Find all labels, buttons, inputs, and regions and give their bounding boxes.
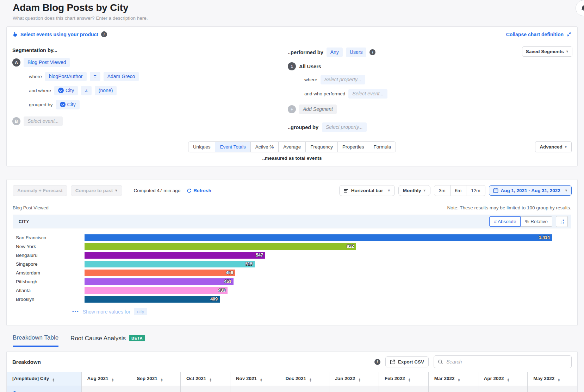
column-header[interactable]: May 2022▲▼: [528, 372, 577, 386]
group-by-header-label: CITY: [19, 219, 29, 224]
bar-value-label: 515: [245, 261, 253, 267]
where-property-chip[interactable]: blogPostAuthor: [45, 72, 87, 81]
grouped-by-select-chip[interactable]: Select property...: [322, 122, 367, 132]
metric-tab-properties[interactable]: Properties: [337, 141, 369, 152]
column-header[interactable]: Nov 2021▲▼: [230, 372, 280, 386]
column-header[interactable]: Dec 2021▲▼: [280, 372, 329, 386]
search-icon: [438, 359, 443, 365]
where-operator-chip[interactable]: =: [90, 72, 100, 81]
column-header[interactable]: Aug 2021▲▼: [81, 372, 131, 386]
column-header[interactable]: Sep 2021▲▼: [131, 372, 181, 386]
and-where-property-chip[interactable]: City: [54, 86, 78, 95]
table-row: San Francisco011611212539194984478191: [7, 386, 577, 392]
metric-tab-event-totals[interactable]: Event Totals: [215, 141, 250, 152]
collapse-definition-link[interactable]: Collapse chart definition: [506, 32, 572, 37]
and-where-operator-chip[interactable]: ≠: [81, 86, 92, 95]
bar-bengaluru[interactable]: 547: [85, 252, 265, 259]
bar-track: 456: [85, 270, 571, 276]
grouped-by-label: grouped by: [29, 102, 53, 107]
value-cell: 112: [181, 386, 230, 392]
page-description[interactable]: What question does this chart answer? En…: [13, 15, 584, 21]
column-header[interactable]: Apr 2022▲▼: [478, 372, 528, 386]
column-header[interactable]: Jan 2022▲▼: [329, 372, 379, 386]
who-performed-select-chip[interactable]: Select event...: [348, 89, 387, 99]
event-b-select-chip[interactable]: Select event...: [24, 116, 63, 126]
where-value-chip[interactable]: Adam Greco: [104, 72, 139, 81]
add-segment-chip[interactable]: Add Segment: [299, 105, 337, 114]
anomaly-forecast-button[interactable]: Anomaly + Forecast: [13, 185, 67, 196]
range-12m-button[interactable]: 12m: [466, 185, 485, 196]
chart-event-label: Blog Post Viewed: [13, 205, 49, 210]
info-icon[interactable]: i: [369, 49, 375, 55]
interval-dropdown[interactable]: Monthly: [398, 185, 430, 196]
segment-name[interactable]: All Users: [299, 64, 321, 69]
page-title[interactable]: Adam Blog Posts by City: [13, 2, 584, 13]
segment-1-badge: 1: [288, 62, 296, 70]
absolute-button[interactable]: # Absolute: [489, 216, 521, 227]
saved-segments-button[interactable]: Saved Segments: [522, 46, 572, 57]
column-header[interactable]: Mar 2022▲▼: [428, 372, 478, 386]
sort-arrows-icon: ▲▼: [309, 378, 312, 382]
bar-brooklyn[interactable]: 409: [85, 296, 220, 303]
compare-to-past-button[interactable]: Compare to past: [71, 185, 122, 196]
tab-breakdown-table[interactable]: Breakdown Table: [13, 334, 58, 347]
metric-tab-average[interactable]: Average: [278, 141, 306, 152]
range-3m-button[interactable]: 3m: [434, 185, 451, 196]
chart-definition-card: Select events using your product i Colla…: [6, 26, 578, 166]
tab-root-cause-analysis[interactable]: Root Cause AnalysisBETA: [70, 335, 145, 346]
chart-type-dropdown[interactable]: Horizontal bar: [339, 185, 395, 196]
bar-amsterdam[interactable]: 456: [85, 270, 235, 276]
metric-tab-formula[interactable]: Formula: [369, 141, 396, 152]
bar-atlanta[interactable]: 433: [85, 287, 228, 294]
and-where-value-chip[interactable]: (none): [95, 86, 117, 95]
performed-by-users-chip[interactable]: Users: [346, 48, 367, 57]
value-cell: 39: [280, 386, 329, 392]
column-header[interactable]: [Amplitude] City▲▼: [7, 372, 81, 386]
bar-value-label: 456: [226, 270, 233, 276]
metric-tab-uniques[interactable]: Uniques: [188, 141, 216, 152]
row-label-cell[interactable]: San Francisco: [7, 386, 81, 392]
range-presets: 3m6m12m: [434, 185, 485, 196]
add-segment-plus-icon[interactable]: +: [288, 105, 296, 113]
info-icon[interactable]: i: [374, 359, 380, 365]
bar-category-label: Atlanta: [13, 288, 85, 293]
bar-value-label: 822: [347, 243, 354, 250]
sort-button[interactable]: ↓ 91: [556, 216, 568, 227]
bar-san-francisco[interactable]: 1,414: [85, 234, 552, 241]
event-a-chip[interactable]: Blog Post Viewed: [24, 58, 70, 67]
relative-button[interactable]: % Relative: [520, 216, 552, 227]
bar-pittsburgh[interactable]: 451: [85, 278, 234, 285]
sort-arrows-icon: ▲▼: [507, 378, 510, 382]
who-performed-label: and who performed: [304, 91, 345, 96]
beta-badge: BETA: [129, 335, 145, 341]
metric-tab-active-[interactable]: Active %: [250, 141, 279, 152]
value-cell: 78: [478, 386, 528, 392]
select-events-link[interactable]: Select events using your product i: [12, 31, 107, 37]
refresh-button[interactable]: Refresh: [187, 188, 211, 193]
performed-by-any-chip[interactable]: Any: [327, 48, 343, 57]
info-icon[interactable]: i: [101, 31, 107, 37]
search-input[interactable]: [446, 359, 567, 365]
more-options-icon[interactable]: •••: [72, 309, 79, 314]
bar-track: 409: [85, 296, 571, 303]
group-by-panel: CITY # Absolute % Relative ↓ 91 San Fran…: [13, 215, 571, 319]
bar-singapore[interactable]: 515: [85, 261, 255, 267]
segment-where-select-chip[interactable]: Select property...: [321, 75, 365, 84]
date-range-button[interactable]: Aug 1, 2021 - Aug 31, 2022: [489, 185, 572, 196]
bar-category-label: Bengaluru: [13, 253, 85, 258]
show-more-link[interactable]: Show more values for: [83, 309, 130, 315]
bar-value-label: 547: [256, 252, 263, 259]
range-6m-button[interactable]: 6m: [450, 185, 467, 196]
measured-as-label: ..measured as total events: [7, 152, 577, 166]
advanced-button[interactable]: Advanced: [535, 141, 572, 152]
metric-tab-frequency[interactable]: Frequency: [305, 141, 338, 152]
bar-value-label: 433: [218, 287, 225, 294]
show-more-group-chip[interactable]: city: [134, 308, 147, 315]
column-header[interactable]: Oct 2021▲▼: [181, 372, 230, 386]
bar-new-york[interactable]: 822: [85, 243, 356, 250]
bar-chart: San Francisco1,414New York822Bengaluru54…: [13, 228, 571, 305]
column-header[interactable]: Feb 2022▲▼: [379, 372, 429, 386]
click-pointer-icon: [12, 31, 18, 37]
grouped-by-property-chip[interactable]: City: [56, 100, 80, 109]
export-csv-button[interactable]: Export CSV: [385, 356, 429, 367]
